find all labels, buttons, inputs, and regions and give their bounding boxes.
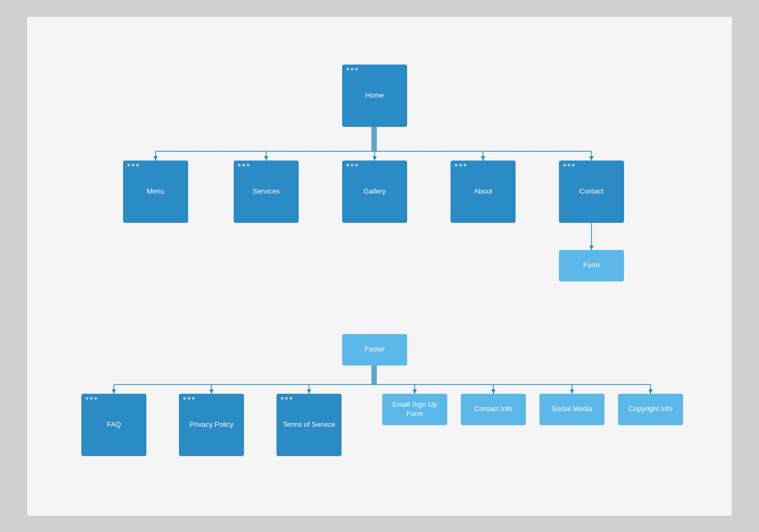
svg-marker-14 (481, 156, 485, 161)
node-about-label: About (472, 185, 494, 198)
node-menu-header (127, 164, 139, 166)
node-faq[interactable]: FAQ (81, 394, 146, 456)
svg-marker-17 (589, 246, 594, 250)
svg-marker-35 (491, 389, 496, 394)
node-contact-label: Contact (577, 185, 606, 198)
node-social-media-label: Social Media (550, 402, 594, 416)
node-contact-info-label: Contact Info (472, 402, 514, 416)
svg-marker-31 (112, 389, 116, 394)
svg-marker-36 (570, 389, 574, 394)
node-form[interactable]: Form (559, 250, 624, 281)
node-contact-header (563, 164, 575, 166)
node-copyright-info-label: Copyright Info (627, 402, 675, 416)
node-home-header (346, 68, 358, 70)
node-email-form[interactable]: Email Sign Up Form (382, 394, 447, 425)
svg-marker-33 (307, 389, 311, 394)
node-contact-info[interactable]: Contact Info (461, 394, 526, 425)
node-faq-label: FAQ (105, 418, 123, 432)
node-gallery-label: Gallery (361, 185, 388, 198)
node-social-media[interactable]: Social Media (539, 394, 604, 425)
node-privacy-header (183, 397, 195, 400)
node-about-header (455, 164, 466, 166)
svg-marker-34 (413, 389, 417, 394)
node-home-label: Home (363, 89, 387, 102)
node-services[interactable]: Services (234, 161, 299, 223)
svg-marker-32 (209, 389, 214, 394)
node-home[interactable]: Home (342, 65, 407, 127)
svg-marker-11 (153, 156, 158, 161)
node-about[interactable]: About (451, 161, 516, 223)
diagram-canvas: Home Menu Services Gallery About Contact (27, 17, 732, 516)
node-privacy[interactable]: Privacy Policy (179, 394, 244, 456)
node-privacy-label: Privacy Policy (188, 418, 236, 432)
node-email-form-label: Email Sign Up Form (382, 398, 447, 421)
svg-marker-13 (372, 156, 377, 161)
node-contact[interactable]: Contact (559, 161, 624, 223)
node-menu[interactable]: Menu (123, 161, 188, 223)
node-form-label: Form (581, 259, 602, 272)
node-services-header (238, 164, 249, 166)
node-gallery-header (346, 164, 358, 166)
node-copyright-info[interactable]: Copyright Info (618, 394, 683, 425)
node-footer-label: Footer (362, 343, 387, 356)
node-faq-header (86, 397, 97, 400)
node-terms-label: Terms of Service (281, 418, 338, 432)
node-menu-label: Menu (145, 185, 167, 198)
node-services-label: Services (250, 185, 282, 198)
node-terms[interactable]: Terms of Service (276, 394, 342, 456)
svg-marker-37 (648, 389, 653, 394)
node-footer[interactable]: Footer (342, 334, 407, 366)
svg-marker-12 (264, 156, 268, 161)
node-gallery[interactable]: Gallery (342, 161, 407, 223)
node-terms-header (281, 397, 292, 400)
svg-marker-15 (589, 156, 594, 161)
